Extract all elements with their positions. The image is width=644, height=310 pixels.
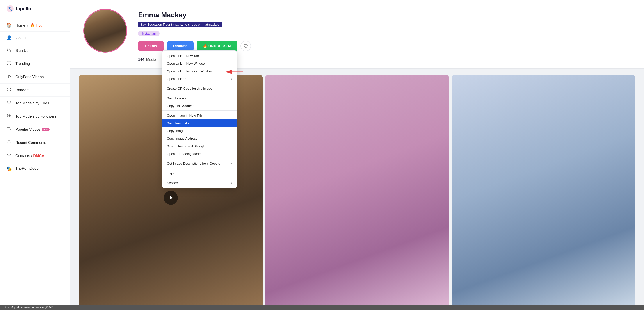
svg-text:🐾: 🐾 (8, 6, 13, 11)
home-icon: 🏠 (6, 22, 12, 28)
sidebar-item-pornhub[interactable]: 🎭 ThePornDude (0, 162, 70, 175)
status-bar: https://fapello.com/emma-mackey/144/ (0, 305, 644, 310)
context-menu-item-label: Get Image Descriptions from Google (167, 162, 220, 165)
comments-icon (6, 140, 12, 146)
undress-button[interactable]: 🔥 UNDRESS AI (196, 41, 238, 51)
logo[interactable]: 🐾 fapello (0, 0, 70, 17)
svg-marker-6 (8, 75, 10, 78)
sidebar-item-random[interactable]: Random (0, 84, 70, 97)
sidebar-item-random-label: Random (15, 88, 29, 92)
sidebar-item-login[interactable]: 👤 Log In (0, 32, 70, 44)
signup-icon (6, 48, 12, 54)
login-icon: 👤 (6, 35, 12, 40)
context-menu-item-label: Open in Reading Mode (167, 152, 200, 156)
sidebar-item-top-followers[interactable]: Top Models by Followers (0, 110, 70, 123)
logo-text: fapello (16, 6, 31, 12)
context-menu-item-create-qr[interactable]: Create QR Code for this Image (162, 85, 236, 92)
context-menu-item-inspect[interactable]: Inspect (162, 169, 236, 177)
context-menu-item-label: Search Image with Google (167, 144, 206, 148)
context-menu-item-open-image-new-tab[interactable]: Open Image in New Tab (162, 112, 236, 119)
media-label: Media (146, 58, 156, 62)
sidebar-item-contacts-label: Contacts / DMCA (15, 154, 44, 158)
media-card-2[interactable] (265, 75, 449, 310)
context-menu-divider (162, 93, 236, 94)
logo-icon: 🐾 (6, 5, 14, 13)
context-menu-item-label: Open Image in New Tab (167, 114, 202, 117)
sidebar-item-contacts[interactable]: Contacts / DMCA (0, 149, 70, 162)
context-menu-item-label: Copy Image Address (167, 136, 197, 140)
sidebar-item-login-label: Log In (15, 36, 26, 40)
sidebar-nav: 🏠 Home / 🔥 Hot 👤 Log In Sign Up Trending (0, 17, 70, 177)
sidebar-item-home[interactable]: 🏠 Home / 🔥 Hot (0, 19, 70, 32)
sidebar-item-pornhub-label: ThePornDude (15, 166, 38, 171)
media-card-3[interactable] (452, 75, 635, 310)
new-badge: new (42, 128, 50, 131)
sidebar-item-popular-videos-label: Popular Videosnew (15, 128, 50, 132)
context-menu-item-open-incognito[interactable]: Open Link in Incognito Window (162, 67, 236, 75)
sidebar-item-recent-comments-label: Recent Comments (15, 140, 46, 145)
discuss-button[interactable]: Discuss (167, 41, 194, 51)
context-menu-item-services[interactable]: Services› (162, 179, 236, 186)
context-menu-item-label: Open Link as (167, 77, 186, 81)
context-menu-item-copy-image[interactable]: Copy Image (162, 127, 236, 134)
main-content: Emma Mackey Sex Education Flaunt magazin… (70, 0, 644, 310)
sidebar-item-home-label: Home / 🔥 Hot (15, 23, 42, 28)
context-menu-item-save-link-as[interactable]: Save Link As... (162, 94, 236, 102)
context-menu-item-label: Save Image As... (167, 121, 192, 125)
context-menu-item-open-new-tab[interactable]: Open Link in New Tab (162, 52, 236, 60)
context-menu-item-label: Services (167, 181, 180, 184)
sidebar-item-recent-comments[interactable]: Recent Comments (0, 136, 70, 149)
follow-button[interactable]: Follow (138, 41, 164, 51)
context-menu-divider (162, 110, 236, 111)
avatar-wrapper (83, 9, 127, 52)
trending-icon (6, 61, 12, 67)
favorite-button[interactable] (240, 41, 251, 51)
submenu-arrow-icon: › (231, 77, 232, 81)
svg-point-8 (10, 114, 11, 116)
context-menu-divider (162, 178, 236, 178)
context-menu-divider (162, 158, 236, 159)
submenu-arrow-icon: › (231, 162, 232, 165)
svg-point-7 (8, 114, 9, 116)
popular-videos-icon (6, 126, 12, 132)
svg-point-2 (8, 48, 10, 50)
svg-rect-11 (7, 154, 11, 157)
sidebar: 🐾 fapello 🏠 Home / 🔥 Hot 👤 Log In Sign U… (0, 0, 70, 310)
instagram-tag[interactable]: Instagram (138, 31, 160, 36)
context-menu-item-search-google[interactable]: Search Image with Google (162, 142, 236, 150)
sidebar-item-onlyfans[interactable]: OnlyFans Videos (0, 70, 70, 84)
sidebar-item-top-likes[interactable]: Top Models by Likes (0, 97, 70, 110)
media-section (70, 68, 644, 310)
avatar (83, 9, 127, 52)
mail-icon (6, 153, 12, 159)
profile-tags: Instagram (138, 31, 631, 36)
onlyfans-icon (6, 74, 12, 80)
context-menu-item-label: Open Link in New Tab (167, 54, 199, 58)
profile-subtitle: Sex Education Flaunt magazine shoot, emm… (138, 22, 222, 27)
sidebar-item-top-likes-label: Top Models by Likes (15, 101, 49, 106)
svg-point-5 (7, 61, 11, 65)
heart-icon (6, 100, 12, 106)
context-menu-item-get-descriptions[interactable]: Get Image Descriptions from Google› (162, 160, 236, 167)
context-menu-item-reading-mode[interactable]: Open in Reading Mode (162, 150, 236, 158)
svg-marker-12 (170, 196, 173, 200)
context-menu-item-open-new-window[interactable]: Open Link in New Window (162, 60, 236, 67)
profile-section: Emma Mackey Sex Education Flaunt magazin… (70, 0, 644, 68)
media-stat: 144 Media (138, 58, 156, 62)
sidebar-item-popular-videos[interactable]: Popular Videosnew (0, 123, 70, 136)
context-menu-item-copy-link[interactable]: Copy Link Address (162, 102, 236, 110)
sidebar-item-onlyfans-label: OnlyFans Videos (15, 75, 44, 79)
context-menu-item-copy-image-address[interactable]: Copy Image Address (162, 134, 236, 142)
context-menu-item-save-image-as[interactable]: Save Image As... (162, 119, 236, 127)
sidebar-item-signup[interactable]: Sign Up (0, 44, 70, 57)
status-url: https://fapello.com/emma-mackey/144/ (4, 306, 52, 309)
svg-rect-9 (7, 128, 10, 130)
pornhub-icon: 🎭 (6, 166, 12, 171)
followers-icon (6, 113, 12, 119)
context-menu-item-label: Open Link in Incognito Window (167, 69, 212, 73)
context-menu-item-label: Save Link As... (167, 96, 188, 100)
sidebar-item-trending[interactable]: Trending (0, 57, 70, 70)
context-menu: Open Link in New TabOpen Link in New Win… (162, 50, 237, 188)
context-menu-item-open-link-as[interactable]: Open Link as› (162, 75, 236, 83)
profile-actions: Follow Discuss 🔥 UNDRESS AI (138, 41, 631, 51)
